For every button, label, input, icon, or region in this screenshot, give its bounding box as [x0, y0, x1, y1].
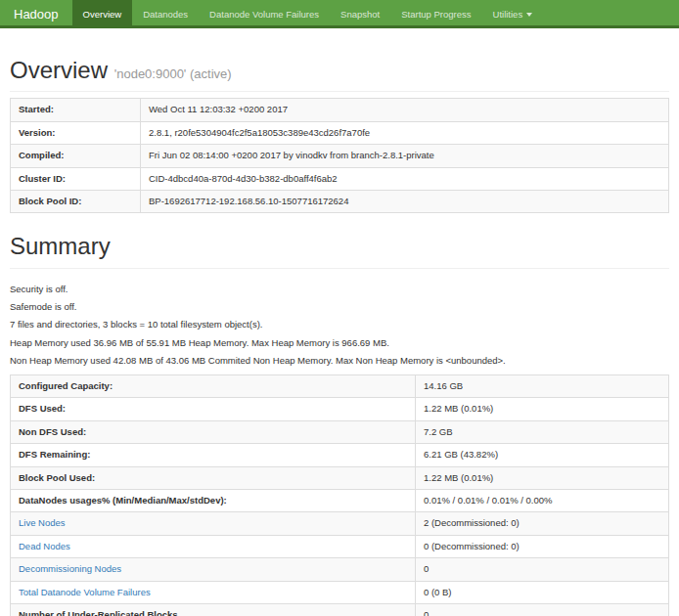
table-row-total-datanode-volume-failures: Total Datanode Volume Failures0 (0 B) [11, 581, 669, 603]
table-row-started: Started:Wed Oct 11 12:03:32 +0200 2017 [11, 99, 669, 121]
table-row-dfs-remaining: DFS Remaining:6.21 GB (43.82%) [11, 444, 669, 466]
row-label-dead-nodes: Dead Nodes [11, 535, 416, 557]
table-row-configured-capacity: Configured Capacity:14.16 GB [11, 374, 669, 397]
table-row-cluster-id: Cluster ID:CID-4dbcd40a-870d-4d30-b382-d… [11, 167, 669, 190]
navbar-menu: OverviewDatanodesDatanode Volume Failure… [72, 0, 544, 25]
nav-link-datanodes[interactable]: Datanodes [132, 0, 199, 28]
row-label-dfs-used: DFS Used: [11, 398, 416, 420]
table-row-block-pool-id: Block Pool ID:BP-1692617712-192.168.56.1… [11, 190, 669, 212]
row-value-non-dfs-used: 7.2 GB [416, 420, 669, 443]
caret-down-icon [526, 13, 532, 17]
summary-paragraph-2: Safemode is off. [10, 302, 669, 312]
nav-item-datanodes[interactable]: Datanodes [132, 0, 199, 25]
row-label-cluster-id: Cluster ID: [11, 167, 141, 190]
nav-item-utilities[interactable]: Utilities [482, 0, 544, 25]
table-row-version: Version:2.8.1, r20fe5304904fc2f5a18053c3… [11, 121, 669, 144]
table-row-dead-nodes: Dead Nodes0 (Decommissioned: 0) [11, 535, 669, 557]
row-label-block-pool-used: Block Pool Used: [11, 466, 416, 489]
page-title-overview: Overview 'node0:9000' (active) [10, 58, 669, 82]
row-label-dfs-remaining: DFS Remaining: [11, 444, 416, 466]
summary-paragraphs: Security is off.Safemode is off.7 files … [10, 285, 669, 367]
table-row-compiled: Compiled:Fri Jun 02 08:14:00 +0200 2017 … [11, 145, 669, 167]
row-label-datanodes-usages-min-median-max-stddev: DataNodes usages% (Min/Median/Max/stdDev… [11, 489, 416, 511]
content: Overview 'node0:9000' (active) Started:W… [0, 58, 679, 616]
row-label-number-of-under-replicated-blocks: Number of Under-Replicated Blocks [11, 604, 416, 616]
table-row-datanodes-usages-min-median-max-stddev: DataNodes usages% (Min/Median/Max/stdDev… [11, 489, 669, 511]
row-label-decommissioning-nodes: Decommissioning Nodes [11, 558, 416, 581]
row-value-dfs-used: 1.22 MB (0.01%) [416, 398, 669, 420]
nav-link-utilities[interactable]: Utilities [482, 0, 544, 28]
summary-header: Summary [10, 234, 669, 268]
table-row-non-dfs-used: Non DFS Used:7.2 GB [11, 420, 669, 443]
row-value-number-of-under-replicated-blocks: 0 [416, 604, 669, 616]
row-label-started: Started: [11, 99, 141, 121]
nav-link-datanode-volume-failures[interactable]: Datanode Volume Failures [199, 0, 330, 28]
overview-header: Overview 'node0:9000' (active) [10, 58, 669, 92]
nav-item-snapshot[interactable]: Snapshot [330, 0, 390, 25]
link-live-nodes[interactable]: Live Nodes [19, 517, 66, 528]
link-total-datanode-volume-failures[interactable]: Total Datanode Volume Failures [19, 587, 151, 597]
row-value-block-pool-used: 1.22 MB (0.01%) [416, 466, 669, 489]
row-value-dead-nodes: 0 (Decommissioned: 0) [416, 535, 669, 557]
row-value-cluster-id: CID-4dbcd40a-870d-4d30-b382-db0aff4f6ab2 [141, 167, 669, 190]
namenode-address: 'node0:9000' (active) [114, 66, 232, 81]
row-value-block-pool-id: BP-1692617712-192.168.56.10-150771617262… [141, 190, 669, 212]
page-title-summary: Summary [10, 234, 669, 258]
nav-link-overview[interactable]: Overview [72, 0, 133, 28]
row-value-configured-capacity: 14.16 GB [416, 374, 669, 397]
row-value-datanodes-usages-min-median-max-stddev: 0.01% / 0.01% / 0.01% / 0.00% [416, 489, 669, 511]
summary-paragraph-5: Non Heap Memory used 42.08 MB of 43.06 M… [10, 356, 669, 366]
link-dead-nodes[interactable]: Dead Nodes [19, 541, 70, 551]
row-label-live-nodes: Live Nodes [11, 512, 416, 535]
summary-paragraph-4: Heap Memory used 36.96 MB of 55.91 MB He… [10, 338, 669, 348]
nav-link-snapshot[interactable]: Snapshot [330, 0, 390, 28]
row-value-live-nodes: 2 (Decommissioned: 0) [416, 512, 669, 535]
row-value-started: Wed Oct 11 12:03:32 +0200 2017 [141, 99, 669, 121]
table-row-number-of-under-replicated-blocks: Number of Under-Replicated Blocks0 [11, 604, 669, 616]
navbar: Hadoop OverviewDatanodesDatanode Volume … [0, 0, 679, 28]
overview-title-text: Overview [10, 57, 108, 83]
table-row-dfs-used: DFS Used:1.22 MB (0.01%) [11, 398, 669, 420]
overview-table: Started:Wed Oct 11 12:03:32 +0200 2017Ve… [10, 98, 669, 213]
link-decommissioning-nodes[interactable]: Decommissioning Nodes [19, 563, 121, 574]
nav-item-overview[interactable]: Overview [72, 0, 133, 25]
row-label-block-pool-id: Block Pool ID: [11, 190, 141, 212]
row-label-version: Version: [11, 121, 141, 144]
summary-table: Configured Capacity:14.16 GBDFS Used:1.2… [10, 374, 669, 616]
summary-paragraph-1: Security is off. [10, 285, 669, 294]
nav-link-startup-progress[interactable]: Startup Progress [390, 0, 481, 28]
row-label-total-datanode-volume-failures: Total Datanode Volume Failures [11, 581, 416, 603]
row-value-dfs-remaining: 6.21 GB (43.82%) [416, 444, 669, 466]
summary-table-body: Configured Capacity:14.16 GBDFS Used:1.2… [11, 374, 669, 616]
brand-link[interactable]: Hadoop [0, 0, 72, 25]
row-label-compiled: Compiled: [11, 145, 141, 167]
table-row-decommissioning-nodes: Decommissioning Nodes0 [11, 558, 669, 581]
row-value-decommissioning-nodes: 0 [416, 558, 669, 581]
row-value-version: 2.8.1, r20fe5304904fc2f5a18053c389e43cd2… [141, 121, 669, 144]
table-row-block-pool-used: Block Pool Used:1.22 MB (0.01%) [11, 466, 669, 489]
summary-paragraph-3: 7 files and directories, 3 blocks = 10 t… [10, 320, 669, 330]
row-label-non-dfs-used: Non DFS Used: [11, 420, 416, 443]
row-label-configured-capacity: Configured Capacity: [11, 374, 416, 397]
nav-item-datanode-volume-failures[interactable]: Datanode Volume Failures [199, 0, 330, 25]
row-value-compiled: Fri Jun 02 08:14:00 +0200 2017 by vinodk… [141, 145, 669, 167]
table-row-live-nodes: Live Nodes2 (Decommissioned: 0) [11, 512, 669, 535]
row-value-total-datanode-volume-failures: 0 (0 B) [416, 581, 669, 603]
nav-item-startup-progress[interactable]: Startup Progress [390, 0, 481, 25]
overview-table-body: Started:Wed Oct 11 12:03:32 +0200 2017Ve… [11, 99, 669, 213]
